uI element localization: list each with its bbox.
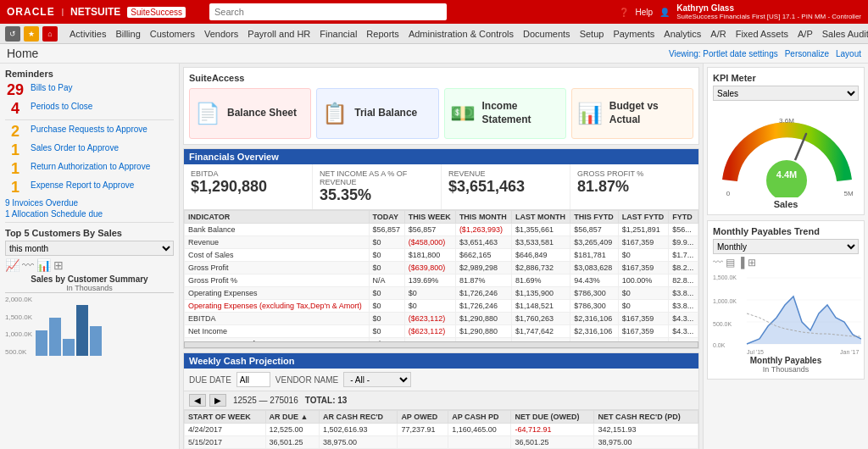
home-icon[interactable]: ⌂: [42, 26, 58, 42]
chart-subtitle: In Thousands: [5, 284, 174, 292]
viewing-label: Viewing: Portlet date settings: [669, 49, 778, 58]
search-input[interactable]: [209, 3, 447, 20]
table-cell: 342,151.93: [594, 424, 698, 436]
nav-payments[interactable]: Payments: [609, 27, 659, 41]
nav-vendors[interactable]: Vendors: [200, 27, 242, 41]
trend-table-icon[interactable]: ⊞: [748, 257, 756, 269]
table-cell: $0: [618, 300, 669, 313]
table-cell: $8.2...: [669, 262, 698, 274]
trial-balance-icon: 📋: [322, 102, 348, 125]
col-last-month: LAST MONTH: [512, 211, 570, 224]
reminder-6: 1 Expense Report to Approve: [5, 180, 174, 195]
nav-activities[interactable]: Activities: [65, 27, 110, 41]
nav-payroll[interactable]: Payroll and HR: [243, 27, 314, 41]
reminder-text-1[interactable]: Bills to Pay: [31, 82, 72, 93]
prev-btn[interactable]: ◀: [189, 394, 206, 407]
table-cell: ($1,263,993): [455, 224, 511, 236]
kpi-net-income-pct-value: 35.35%: [320, 186, 434, 204]
period-dropdown[interactable]: this month: [5, 241, 174, 256]
vendor-name-select[interactable]: - All -: [343, 372, 411, 387]
svg-text:Jul '15: Jul '15: [747, 349, 764, 355]
table-cell: $4.3...: [669, 313, 698, 325]
table-cell: 5/15/2017: [185, 436, 266, 449]
horizontal-scrollbar[interactable]: [184, 341, 698, 348]
nav-setup[interactable]: Setup: [576, 27, 609, 41]
table-cell: $2,886,732: [512, 262, 570, 274]
trend-area-icon[interactable]: ▤: [726, 257, 735, 269]
suite-cards: 📄 Balance Sheet 📋 Trial Balance 💵 Income…: [189, 88, 693, 139]
reminder-text-3[interactable]: Purchase Requests to Approve: [31, 124, 147, 135]
table-cell: $0: [404, 300, 455, 313]
table-row: Bank Balance$56,857$56,857($1,263,993)$1…: [185, 224, 698, 236]
nav-sales-audit[interactable]: Sales Audit: [818, 27, 868, 41]
suite-access-title: SuiteAccess: [189, 73, 693, 83]
reminder-text-6[interactable]: Expense Report to Approve: [31, 180, 134, 191]
card-trial-balance[interactable]: 📋 Trial Balance: [316, 88, 438, 139]
kpi-ebitda-value: $1,290,880: [191, 178, 305, 196]
monthly-payables-dropdown[interactable]: Monthly: [713, 239, 859, 254]
back-icon[interactable]: ↺: [5, 26, 20, 42]
nav-documents[interactable]: Documents: [519, 27, 575, 41]
nav-fixed-assets[interactable]: Fixed Assets: [732, 27, 793, 41]
reminder-3: 2 Purchase Requests to Approve: [5, 124, 174, 139]
y-axis: 2,000.0K 1,500.0K 1,000.0K 500.0K: [5, 296, 32, 356]
table-cell: 81.87%: [455, 274, 511, 287]
user-subtitle: SuiteSuccess Financials First [US] 17.1 …: [676, 13, 861, 20]
line-chart-icon[interactable]: 📈: [5, 258, 19, 272]
nav-financial[interactable]: Financial: [315, 27, 361, 41]
personalize-link[interactable]: Personalize: [785, 49, 829, 58]
nav-ap[interactable]: A/P: [793, 27, 817, 41]
col-this-fytd: THIS FYTD: [570, 211, 619, 224]
table-row: Operating Expenses$0$0$1,726,246$1,135,9…: [185, 287, 698, 300]
card-income-statement[interactable]: 💵 Income Statement: [444, 88, 566, 139]
layout-link[interactable]: Layout: [836, 49, 861, 58]
trend-bar-icon[interactable]: ▐: [737, 257, 745, 269]
kpi-meter-panel: KPI Meter Sales: [707, 67, 865, 215]
main-layout: Reminders 29 Bills to Pay 4 Periods to C…: [0, 64, 868, 449]
table-cell: $0: [404, 287, 455, 300]
reminder-text-2[interactable]: Periods to Close: [31, 101, 92, 112]
svg-text:1,500.0K: 1,500.0K: [713, 274, 737, 280]
card-balance-sheet[interactable]: 📄 Balance Sheet: [189, 88, 311, 139]
table-row: Net Income$0($623,112)$1,290,880$1,747,6…: [185, 325, 698, 338]
table-row: 5/15/201736,501.2538,975.0036,501.2538,9…: [185, 436, 698, 449]
reminder-5: 1 Return Authorization to Approve: [5, 161, 174, 176]
table-cell: EBITDA: [185, 313, 370, 325]
suite-success-badge: SuiteSuccess: [127, 7, 186, 18]
due-date-input[interactable]: [236, 372, 270, 387]
table-icon[interactable]: ⊞: [53, 258, 64, 272]
favorites-icon[interactable]: ★: [24, 26, 39, 42]
reminder-text-5[interactable]: Return Authorization to Approve: [31, 161, 150, 172]
table-cell: $2,316,106: [570, 325, 619, 338]
allocation-schedule[interactable]: 1 Allocation Schedule due: [5, 209, 174, 219]
trend-chart-icons: 〰 ▤ ▐ ⊞: [713, 257, 859, 269]
card-budget-vs-actual[interactable]: 📊 Budget vs Actual: [571, 88, 693, 139]
nav-customers[interactable]: Customers: [146, 27, 199, 41]
area-chart-icon[interactable]: 〰: [22, 258, 34, 272]
col-today: TODAY: [369, 211, 404, 224]
nav-admin[interactable]: Administration & Controls: [404, 27, 518, 41]
kpi-meter-dropdown[interactable]: Sales: [713, 86, 859, 101]
kpi-revenue: Revenue $3,651,463: [442, 164, 570, 209]
reminder-text-4[interactable]: Sales Order to Approve: [31, 142, 119, 153]
reminder-1: 29 Bills to Pay: [5, 82, 174, 97]
user-icon: 👤: [659, 8, 670, 17]
table-cell: 1,502,616.93: [319, 424, 397, 436]
wcol-ar-cash: AR CASH REC'D: [319, 411, 397, 424]
table-cell: $0: [618, 249, 669, 262]
nav-reports[interactable]: Reports: [362, 27, 403, 41]
svg-text:5M: 5M: [843, 190, 853, 197]
trend-line-icon[interactable]: 〰: [713, 257, 723, 269]
invoices-overdue[interactable]: 9 Invoices Overdue: [5, 198, 174, 208]
nav-billing[interactable]: Billing: [111, 27, 144, 41]
user-name: Kathryn Glass: [676, 3, 861, 13]
bar-chart-icon[interactable]: 📊: [36, 258, 51, 272]
nav-analytics[interactable]: Analytics: [659, 27, 705, 41]
nav-bar: ↺ ★ ⌂ Activities Billing Customers Vendo…: [0, 24, 868, 44]
reminder-count-1: 29: [5, 82, 25, 97]
kpi-row: EBITDA $1,290,880 Net Income as a % of R…: [184, 164, 698, 210]
search-container: [209, 3, 447, 20]
nav-ar[interactable]: A/R: [706, 27, 730, 41]
chart-title: Sales by Customer Summary: [5, 274, 174, 284]
next-btn[interactable]: ▶: [209, 394, 226, 407]
